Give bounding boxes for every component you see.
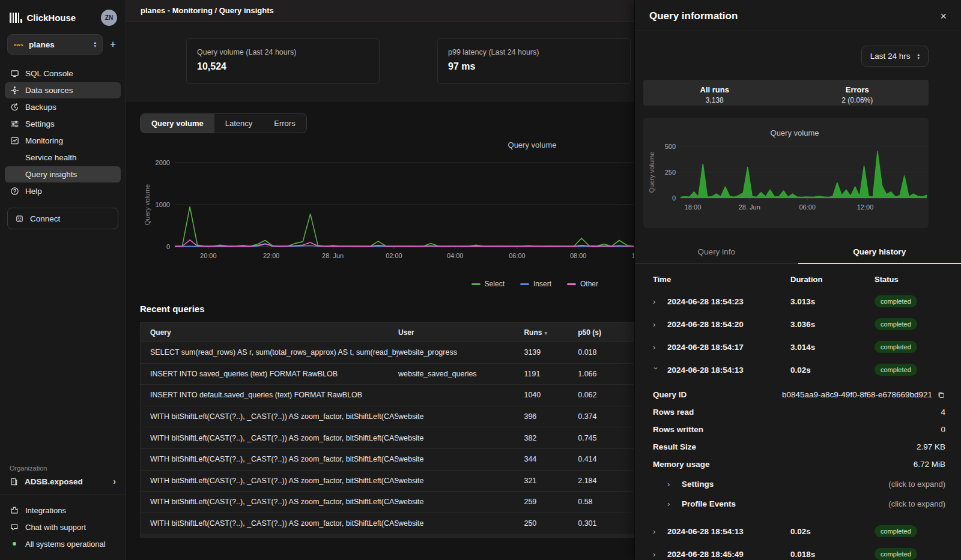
- detail-value: b0845aa9-a8c9-49f0-8f68-e678669bd921: [782, 390, 932, 399]
- history-duration: 0.02s: [790, 527, 875, 536]
- detail-label: Query ID: [653, 390, 687, 399]
- plug-icon: [15, 214, 24, 223]
- query-history: Time Duration Status › 2024-06-28 18:54:…: [635, 264, 961, 560]
- legend-item-select[interactable]: Select: [471, 280, 505, 288]
- segment[interactable]: All runs 3,138: [643, 80, 786, 106]
- sidebar-nav-item[interactable]: SQL Console: [5, 65, 121, 82]
- user-avatar[interactable]: ZN: [101, 10, 117, 26]
- query-row[interactable]: INSERT INTO default.saved_queries (text)…: [141, 384, 634, 406]
- sidebar-nav-item[interactable]: Backups: [5, 99, 121, 115]
- chevron-expand-icon[interactable]: ›: [653, 550, 659, 559]
- add-service-button[interactable]: +: [109, 38, 117, 50]
- sidebar-nav-item[interactable]: Monitoring: [5, 133, 121, 149]
- status-badge: completed: [875, 364, 917, 376]
- recent-queries-rows: SELECT sum(read_rows) AS r, sum(total_ro…: [141, 342, 634, 534]
- history-row[interactable]: › 2024-06-28 18:54:13 0.02s completed: [635, 358, 961, 381]
- chevron-expand-icon[interactable]: ›: [653, 343, 659, 352]
- connect-button[interactable]: Connect: [7, 208, 118, 229]
- detail-row: Rows read 4: [635, 403, 961, 421]
- legend-item-other[interactable]: Other: [567, 280, 598, 288]
- panel-title: Query information: [649, 10, 738, 22]
- legend-item-insert[interactable]: Insert: [520, 280, 551, 288]
- query-volume-chart-zone: 01000200020:0022:0028. Jun02:0004:0006:0…: [126, 136, 634, 288]
- segment[interactable]: Errors 2 (0.06%): [786, 80, 929, 106]
- sidebar-footer-item[interactable]: Chat with support: [5, 519, 121, 535]
- expanded-query-details: Query ID b0845aa9-a8c9-49f0-8f68-e678669…: [635, 381, 961, 474]
- recent-queries-heading: Recent queries: [126, 288, 634, 322]
- copy-icon[interactable]: [937, 391, 945, 399]
- main-body: Query volume Latency Errors 01000200020:…: [126, 101, 634, 560]
- expandable-section[interactable]: › Profile Events (click to expand): [635, 494, 961, 514]
- panel-tab[interactable]: Query history: [798, 241, 961, 263]
- history-row[interactable]: › 2024-06-28 18:45:49 0.018s completed: [635, 543, 961, 560]
- query-row[interactable]: WITH bitShiftLeft(CAST(?..), _CAST(?..))…: [141, 513, 634, 534]
- panel-tabs: Query info Query history: [635, 241, 961, 264]
- svg-text:Query volume: Query volume: [144, 184, 151, 225]
- query-row[interactable]: WITH bitShiftLeft(CAST(?..), _CAST(?..))…: [141, 448, 634, 470]
- organization-row[interactable]: ADSB.exposed ›: [0, 477, 126, 495]
- sidebar-item-label: Help: [25, 187, 42, 196]
- history-duration: 3.013s: [790, 297, 875, 306]
- svg-text:28. Jun: 28. Jun: [322, 252, 344, 259]
- chevron-expand-icon[interactable]: ›: [653, 320, 659, 329]
- sidebar-nav-item[interactable]: Query insights: [5, 166, 121, 182]
- stat-label: Query volume (Last 24 hours): [197, 48, 369, 56]
- detail-label: Result Size: [653, 442, 696, 451]
- query-text: INSERT INTO saved_queries (text) FORMAT …: [141, 370, 398, 378]
- query-row[interactable]: WITH bitShiftLeft(CAST(?..), _CAST(?..))…: [141, 427, 634, 448]
- query-user: website: [398, 412, 524, 421]
- sidebar-nav-item[interactable]: Service health: [5, 149, 121, 166]
- service-selector-row: aws planes ▴▾ +: [0, 34, 126, 63]
- sidebar-footer-item[interactable]: Integrations: [5, 502, 121, 518]
- col-runs[interactable]: Runs▾: [524, 328, 578, 337]
- query-row[interactable]: WITH bitShiftLeft(CAST(?..), _CAST(?..))…: [141, 470, 634, 492]
- chevron-expand-icon[interactable]: ›: [653, 297, 659, 306]
- history-row[interactable]: › 2024-06-28 18:54:13 0.02s completed: [635, 520, 961, 543]
- history-row[interactable]: › 2024-06-28 18:54:23 3.013s completed: [635, 290, 961, 313]
- chart-tab[interactable]: Errors: [263, 114, 306, 133]
- query-text: SELECT sum(read_rows) AS r, sum(total_ro…: [141, 348, 398, 357]
- sidebar-nav-item[interactable]: Settings: [5, 116, 121, 132]
- panel-tab[interactable]: Query info: [635, 241, 798, 263]
- sidebar-nav-item[interactable]: Data sources: [5, 82, 121, 98]
- detail-value: 2.97 KB: [917, 442, 945, 451]
- query-row[interactable]: WITH bitShiftLeft(CAST(?..), _CAST(?..))…: [141, 491, 634, 513]
- chevron-expand-icon: ›: [667, 499, 673, 508]
- query-row[interactable]: INSERT INTO saved_queries (text) FORMAT …: [141, 363, 634, 385]
- stat-card: p99 latency (Last 24 hours) 97 ms: [437, 38, 631, 84]
- sidebar-footer-item[interactable]: All systems operational: [5, 536, 121, 552]
- history-row[interactable]: › 2024-06-28 18:54:17 3.014s completed: [635, 336, 961, 358]
- svg-text:Query volume: Query volume: [508, 140, 557, 149]
- svg-text:0: 0: [672, 194, 676, 202]
- svg-text:0: 0: [166, 243, 170, 250]
- query-text: WITH bitShiftLeft(CAST(?..), _CAST(?..))…: [141, 498, 398, 506]
- history-duration: 0.02s: [790, 366, 875, 375]
- legend-label: Select: [485, 280, 505, 288]
- svg-text:250: 250: [665, 169, 676, 176]
- col-user: User: [398, 328, 524, 337]
- service-selector[interactable]: aws planes ▴▾: [7, 34, 103, 55]
- time-range-select[interactable]: Last 24 hrs ▴▾: [861, 46, 929, 67]
- history-row[interactable]: › 2024-06-28 18:54:20 3.036s completed: [635, 313, 961, 336]
- chevron-expand-icon[interactable]: ›: [652, 367, 661, 373]
- query-user: website_saved_queries: [398, 370, 524, 378]
- sidebar-nav-item[interactable]: Help: [5, 183, 121, 199]
- close-icon[interactable]: ×: [940, 11, 947, 22]
- query-runs: 382: [524, 434, 578, 442]
- legend-swatch-icon: [520, 283, 529, 285]
- query-user: website: [398, 455, 524, 463]
- history-duration: 3.036s: [790, 320, 875, 329]
- query-runs: 250: [524, 519, 578, 528]
- query-text: WITH bitShiftLeft(CAST(?..), _CAST(?..))…: [141, 434, 398, 442]
- legend-swatch-icon: [471, 283, 480, 285]
- app-title: ClickHouse: [27, 13, 102, 23]
- chart-tab[interactable]: Query volume: [141, 114, 214, 133]
- query-volume-chart: 01000200020:0022:0028. Jun02:0004:0006:0…: [140, 136, 634, 275]
- expandable-section[interactable]: › Settings (click to expand): [635, 474, 961, 494]
- sidebar-item-label: Backups: [25, 103, 56, 112]
- query-row[interactable]: WITH bitShiftLeft(CAST(?..), _CAST(?..))…: [141, 406, 634, 427]
- chart-tab[interactable]: Latency: [214, 114, 264, 133]
- history-time: 2024-06-28 18:54:20: [667, 320, 744, 329]
- query-row[interactable]: SELECT sum(read_rows) AS r, sum(total_ro…: [141, 342, 634, 363]
- chevron-expand-icon[interactable]: ›: [653, 527, 659, 536]
